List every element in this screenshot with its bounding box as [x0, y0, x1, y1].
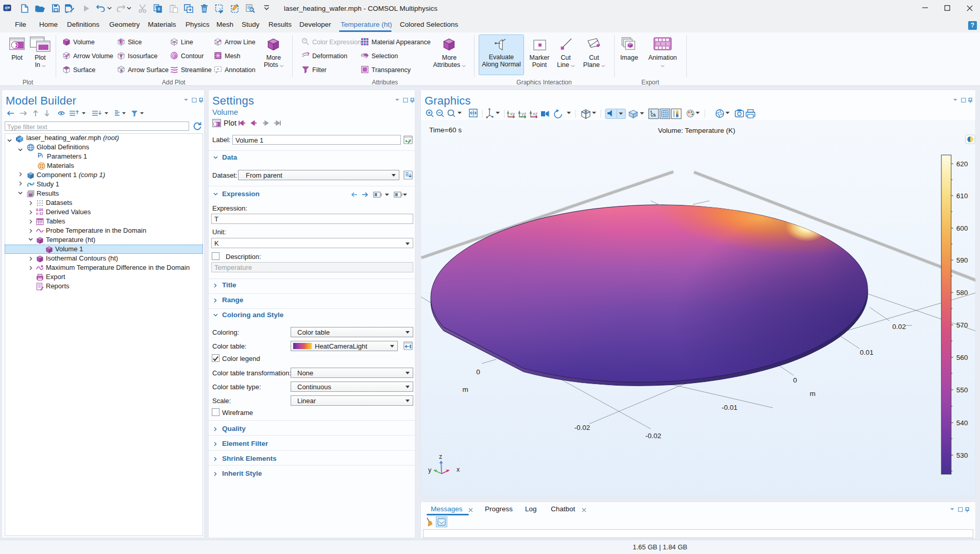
svg-text:570: 570: [956, 321, 968, 329]
svg-text:620: 620: [956, 160, 968, 168]
svg-text:530: 530: [956, 452, 968, 459]
svg-text:xy: xy: [510, 111, 515, 116]
svg-text:590: 590: [956, 256, 968, 264]
svg-text:580: 580: [956, 289, 968, 297]
svg-text:Time=60 s: Time=60 s: [429, 126, 462, 134]
svg-text:-0.01: -0.01: [722, 404, 738, 411]
svg-text:540: 540: [956, 419, 968, 427]
svg-text:yz: yz: [521, 111, 527, 116]
svg-text:600: 600: [956, 224, 968, 232]
svg-text:-0.02: -0.02: [646, 432, 662, 440]
svg-text:0: 0: [793, 376, 797, 384]
svg-text:Volume: Temperature (K): Volume: Temperature (K): [658, 127, 735, 134]
svg-text:560: 560: [956, 354, 968, 361]
svg-text:0: 0: [476, 368, 480, 376]
svg-text:550: 550: [956, 386, 968, 394]
svg-text:610: 610: [956, 192, 968, 200]
svg-text:z: z: [439, 453, 442, 460]
svg-text:xz: xz: [533, 111, 538, 116]
svg-text:-0.02: -0.02: [575, 424, 590, 431]
svg-text:y: y: [428, 466, 432, 474]
svg-text:m: m: [462, 386, 468, 393]
svg-text:m: m: [809, 390, 815, 397]
svg-text:0.01: 0.01: [860, 349, 873, 356]
svg-text:0.02: 0.02: [892, 323, 906, 331]
svg-text:x: x: [457, 466, 460, 473]
